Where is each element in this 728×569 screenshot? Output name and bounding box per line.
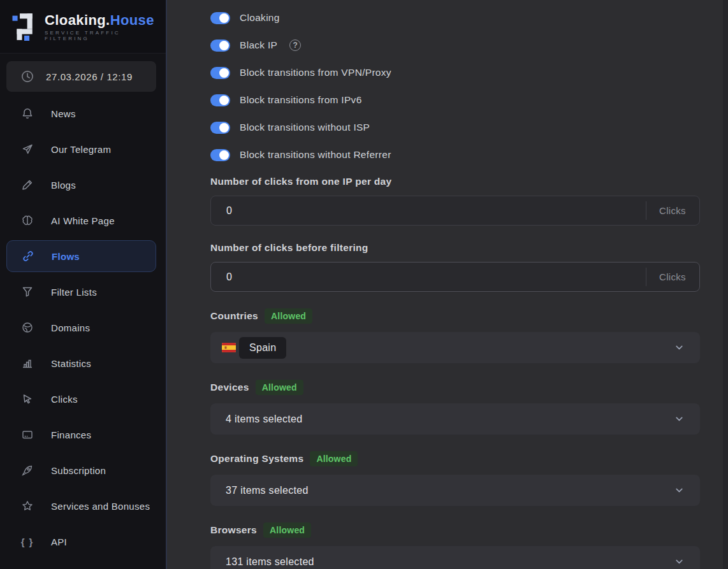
toggle-label: Block transitions without Referrer <box>240 149 391 161</box>
toggle-label: Block transitions from IPv6 <box>240 94 362 106</box>
sidebar-item-label: Flows <box>52 251 80 262</box>
sidebar-item-news[interactable]: News <box>0 96 166 131</box>
sidebar-item-label: AI White Page <box>51 215 115 226</box>
devices-select[interactable]: 4 items selected <box>210 403 700 435</box>
sidebar-item-blogs[interactable]: Blogs <box>0 167 166 203</box>
sidebar-item-flows[interactable]: Flows <box>6 240 156 272</box>
brand-tagline: SERVICE TRAFFIC FILTERING <box>45 30 166 41</box>
sidebar-item-label: Statistics <box>51 358 91 369</box>
clicks-suffix: Clicks <box>646 263 699 291</box>
sidebar-item-label: API <box>51 537 67 547</box>
funnel-icon <box>20 285 34 299</box>
toggle-row-block-vpn-proxy: Block transitions from VPN/Proxy <box>210 66 700 80</box>
clicks-before-filtering-field: Clicks <box>210 262 700 292</box>
sidebar-item-label: Subscription <box>51 465 106 476</box>
black-ip-toggle[interactable] <box>210 40 230 52</box>
flow-settings-panel: Cloaking Black IP ? Block transitions fr… <box>168 0 728 569</box>
operating-systems-select[interactable]: 37 items selected <box>210 475 700 506</box>
toggle-row-block-no-isp: Block transitions without ISP <box>210 120 700 134</box>
countries-select[interactable]: Spain <box>210 332 700 363</box>
toggle-row-block-ipv6: Block transitions from IPv6 <box>210 93 700 107</box>
sidebar-item-label: Filter Lists <box>51 287 97 298</box>
sidebar-item-services-and-bonuses[interactable]: Services and Bonuses <box>0 488 166 524</box>
brand-name: Cloaking.House <box>45 12 166 29</box>
logo[interactable]: Cloaking.House SERVICE TRAFFIC FILTERING <box>0 0 166 54</box>
globe-icon <box>20 321 34 335</box>
star-icon <box>20 499 34 513</box>
toggle-row-block-no-referrer: Block transitions without Referrer <box>210 148 700 162</box>
braces-icon: { } <box>20 535 34 549</box>
toggle-label: Block transitions without ISP <box>240 122 370 133</box>
sidebar-item-filter-lists[interactable]: Filter Lists <box>0 274 166 310</box>
sidebar-item-label: Our Telegram <box>51 144 111 155</box>
toggle-label: Cloaking <box>240 12 280 24</box>
sidebar-item-api[interactable]: { } API <box>0 524 166 559</box>
allowed-badge: Allowed <box>256 380 303 395</box>
browsers-select[interactable]: 131 items selected <box>210 546 700 569</box>
sidebar-item-domains[interactable]: Domains <box>0 310 166 345</box>
sidebar-item-label: News <box>51 108 76 119</box>
toggle-row-cloaking: Cloaking <box>210 11 700 25</box>
toggle-label: Block transitions from VPN/Proxy <box>240 67 391 78</box>
chevron-down-icon <box>674 485 685 496</box>
country-chip-label: Spain <box>239 337 286 359</box>
sidebar: Cloaking.House SERVICE TRAFFIC FILTERING… <box>0 0 167 569</box>
clicks-before-filtering-input[interactable] <box>211 263 646 291</box>
spain-flag-icon <box>222 343 236 352</box>
devices-select-value: 4 items selected <box>222 414 302 425</box>
bar-chart-icon <box>20 356 34 370</box>
toggle-label: Black IP <box>240 40 277 51</box>
operating-systems-label: Operating Systems Allowed <box>210 451 700 466</box>
brain-icon <box>20 213 34 227</box>
cursor-icon <box>20 392 34 406</box>
bell-icon <box>20 106 34 120</box>
devices-label-text: Devices <box>210 382 249 393</box>
devices-label: Devices Allowed <box>210 380 700 395</box>
rocket-icon <box>20 463 34 477</box>
credit-card-icon <box>20 428 34 442</box>
selected-country-chip[interactable]: Spain <box>222 337 286 359</box>
countries-label: Countries Allowed <box>210 308 700 324</box>
cloaking-toggle[interactable] <box>210 12 230 24</box>
sidebar-nav: News Our Telegram Blogs AI White Page Fl… <box>0 96 166 559</box>
sidebar-item-our-telegram[interactable]: Our Telegram <box>0 131 166 167</box>
sidebar-item-label: Finances <box>51 429 91 440</box>
sidebar-item-label: Domains <box>51 322 90 333</box>
clock-icon <box>20 69 34 83</box>
clicks-per-ip-field: Clicks <box>210 196 700 226</box>
block-vpn-proxy-toggle[interactable] <box>210 67 230 79</box>
chevron-down-icon <box>674 414 685 424</box>
sidebar-item-ai-white-page[interactable]: AI White Page <box>0 203 166 238</box>
block-no-isp-toggle[interactable] <box>210 122 230 134</box>
chevron-down-icon <box>674 342 685 353</box>
page-scrollbar[interactable] <box>723 0 728 569</box>
paper-plane-icon <box>20 142 34 156</box>
sidebar-item-label: Services and Bonuses <box>51 501 150 512</box>
sidebar-item-finances[interactable]: Finances <box>0 417 166 452</box>
sidebar-item-clicks[interactable]: Clicks <box>0 381 166 417</box>
countries-label-text: Countries <box>210 310 258 322</box>
clicks-per-ip-label: Number of clicks from one IP per day <box>210 176 700 187</box>
sidebar-item-label: Clicks <box>51 394 78 405</box>
datetime-text: 27.03.2026 / 12:19 <box>46 71 133 82</box>
toggle-row-black-ip: Black IP ? <box>210 38 700 52</box>
allowed-badge: Allowed <box>310 451 358 466</box>
sidebar-item-statistics[interactable]: Statistics <box>0 345 166 381</box>
block-ipv6-toggle[interactable] <box>210 94 230 106</box>
allowed-badge: Allowed <box>265 308 312 324</box>
chevron-down-icon <box>674 556 685 567</box>
help-icon[interactable]: ? <box>289 40 301 51</box>
sidebar-item-label: Blogs <box>51 180 76 191</box>
browsers-select-value: 131 items selected <box>222 556 314 568</box>
allowed-badge: Allowed <box>263 522 311 538</box>
browsers-label-text: Browsers <box>210 524 257 536</box>
clicks-before-filtering-label: Number of clicks before filtering <box>210 242 700 254</box>
brand-logo-icon <box>11 13 37 41</box>
browsers-label: Browsers Allowed <box>210 522 700 538</box>
block-no-referrer-toggle[interactable] <box>210 149 230 161</box>
operating-systems-select-value: 37 items selected <box>222 485 309 496</box>
clicks-per-ip-input[interactable] <box>211 196 646 225</box>
sidebar-item-subscription[interactable]: Subscription <box>0 452 166 488</box>
operating-systems-label-text: Operating Systems <box>210 453 303 465</box>
link-icon <box>21 249 35 263</box>
